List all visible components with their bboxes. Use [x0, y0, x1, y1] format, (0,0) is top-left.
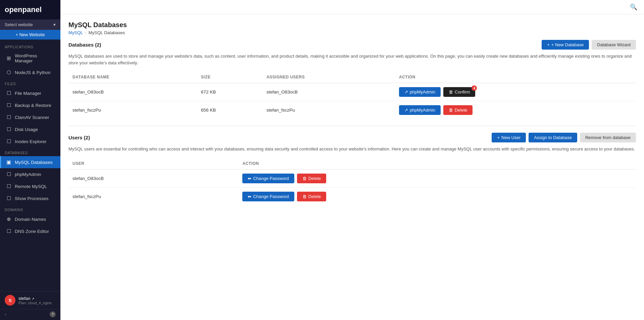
- sidebar-select-website[interactable]: Select website ▾: [0, 19, 60, 30]
- sidebar-item-nodejs-python[interactable]: ⬡ NodeJS & Python: [0, 66, 60, 78]
- breadcrumb: MySQL › MySQL Databases: [68, 30, 636, 35]
- table-row: stefan_fsczPu 656 KB stefan_fsczPu ↗ php…: [68, 101, 636, 119]
- table-row: stefan_O83ocB ⬅ Change Password 🗑 Delete: [68, 169, 636, 187]
- databases-table: DATABASE NAME SIZE ASSIGNED USERS ACTION…: [68, 71, 636, 119]
- db-size-2: 656 KB: [197, 101, 262, 119]
- user-actions-1: ⬅ Change Password 🗑 Delete: [238, 169, 636, 187]
- file-manager-icon: ☐: [6, 90, 12, 96]
- domain-icon: ⊕: [6, 216, 12, 222]
- databases-description: MySQL databases are used to store and ma…: [68, 53, 636, 66]
- trash-icon: 🗑: [449, 89, 453, 94]
- trash-icon: 🗑: [449, 108, 453, 113]
- sidebar-collapse-button[interactable]: ‹ ?: [0, 309, 60, 320]
- sidebar-item-backup-restore[interactable]: ☐ Backup & Restore: [0, 99, 60, 111]
- collapse-icon: ‹: [5, 312, 6, 317]
- assign-database-button[interactable]: Assign to Database: [529, 133, 577, 142]
- sidebar-item-label: Show Processes: [15, 196, 49, 201]
- trash-icon: 🗑: [302, 194, 307, 199]
- breadcrumb-separator: ›: [85, 30, 86, 35]
- external-link-icon: ↗: [32, 297, 34, 301]
- phpmyadmin-button-2[interactable]: ↗ phpMyAdmin: [399, 105, 441, 115]
- db-actions-2: ↗ phpMyAdmin 🗑 Delete: [395, 101, 636, 119]
- sidebar-item-wordpress-manager[interactable]: ⊞ WordPress Manager: [0, 50, 60, 66]
- confirm-button-wrapper-1: 🗑 Confirm 4: [443, 87, 476, 97]
- sidebar-item-label: File Manager: [15, 91, 41, 96]
- nodejs-icon: ⬡: [6, 69, 12, 75]
- users-description: MySQL users are essential for controllin…: [68, 146, 636, 152]
- users-action-buttons: + New User Assign to Database Remove fro…: [492, 133, 636, 142]
- delete-user-button-1[interactable]: 🗑 Delete: [297, 174, 327, 183]
- databases-section-label: Databases: [0, 147, 60, 156]
- confirm-delete-button-1[interactable]: 🗑 Confirm: [443, 87, 476, 97]
- phpmyadmin-sidebar-icon: ☐: [6, 171, 12, 177]
- plus-icon: +: [497, 135, 500, 140]
- sidebar-item-dns-zone-editor[interactable]: ☐ DNS Zone Editor: [0, 225, 60, 237]
- change-password-button-2[interactable]: ⬅ Change Password: [242, 192, 294, 201]
- sidebar-item-domain-names[interactable]: ⊕ Domain Names: [0, 213, 60, 225]
- chevron-down-icon: ▾: [53, 22, 56, 27]
- sidebar-item-inodes-explorer[interactable]: ☐ Inodes Explorer: [0, 135, 60, 147]
- topbar: 🔍: [60, 0, 644, 14]
- inodes-icon: ☐: [6, 138, 12, 144]
- sidebar-item-clamav-scanner[interactable]: ☐ ClamAV Scanner: [0, 111, 60, 123]
- backup-icon: ☐: [6, 102, 12, 108]
- domains-section-label: Domains: [0, 204, 60, 213]
- new-website-button[interactable]: + New Website: [0, 30, 60, 40]
- sidebar-item-phpmyadmin[interactable]: ☐ phpMyAdmin: [0, 168, 60, 180]
- applications-section-label: Applications: [0, 42, 60, 50]
- phpmyadmin-button-1[interactable]: ↗ phpMyAdmin: [399, 87, 441, 97]
- confirm-badge-1: 4: [472, 85, 477, 91]
- remote-mysql-icon: ☐: [6, 183, 12, 189]
- breadcrumb-current: MySQL Databases: [89, 30, 125, 35]
- sidebar-item-label: Disk Usage: [15, 127, 38, 132]
- sidebar-item-label: WordPress Manager: [15, 53, 56, 63]
- page-title: MySQL Databases: [68, 21, 636, 29]
- breadcrumb-parent[interactable]: MySQL: [68, 30, 83, 35]
- help-icon: ?: [50, 311, 56, 317]
- mysql-icon: ▣: [6, 159, 12, 165]
- user-actions-2: ⬅ Change Password 🗑 Delete: [238, 187, 636, 205]
- change-password-button-1[interactable]: ⬅ Change Password: [242, 174, 294, 183]
- table-row: stefan_O83ocB 672 KB stefan_O83ocB ↗ php…: [68, 83, 636, 101]
- database-wizard-button[interactable]: Database Wizard: [592, 40, 636, 50]
- delete-user-button-2[interactable]: 🗑 Delete: [297, 192, 327, 201]
- db-size-1: 672 KB: [197, 83, 262, 101]
- users-section-title: Users (2): [68, 135, 90, 140]
- sidebar-item-label: ClamAV Scanner: [15, 115, 49, 120]
- sidebar-item-disk-usage[interactable]: ☐ Disk Usage: [0, 123, 60, 135]
- delete-database-button-2[interactable]: 🗑 Delete: [443, 105, 473, 115]
- sidebar-item-mysql-databases[interactable]: ▣ MySQL Databases: [0, 156, 60, 168]
- sidebar-item-label: Remote MySQL: [15, 184, 47, 189]
- sidebar-item-show-processes[interactable]: ☐ Show Processes: [0, 192, 60, 204]
- new-user-button[interactable]: + New User: [492, 133, 526, 142]
- search-icon[interactable]: 🔍: [630, 3, 637, 11]
- key-icon: ⬅: [248, 194, 251, 199]
- trash-icon: 🗑: [302, 176, 307, 181]
- db-actions-1: ↗ phpMyAdmin 🗑 Confirm 4: [395, 83, 636, 101]
- user-name-1: stefan_O83ocB: [68, 169, 238, 187]
- sidebar-item-label: Domain Names: [15, 217, 46, 222]
- files-section-label: Files: [0, 78, 60, 87]
- sidebar-username: stefan ↗: [18, 296, 52, 301]
- new-database-button[interactable]: + + New Database: [542, 40, 589, 50]
- plus-icon: +: [547, 42, 550, 47]
- sidebar-item-remote-mysql[interactable]: ☐ Remote MySQL: [0, 180, 60, 192]
- col-user-action: ACTION: [238, 158, 636, 170]
- external-link-icon: ↗: [404, 89, 408, 94]
- sidebar-item-file-manager[interactable]: ☐ File Manager: [0, 87, 60, 99]
- processes-icon: ☐: [6, 195, 12, 201]
- disk-icon: ☐: [6, 126, 12, 132]
- content-area: MySQL Databases MySQL › MySQL Databases …: [60, 14, 644, 320]
- db-name-1: stefan_O83ocB: [68, 83, 197, 101]
- col-action: ACTION: [395, 71, 636, 83]
- sidebar: openpanel Select website ▾ + New Website…: [0, 0, 60, 320]
- databases-section-header: Databases (2) + + New Database Database …: [68, 40, 636, 50]
- users-table: USER ACTION stefan_O83ocB ⬅ Change Passw…: [68, 158, 636, 205]
- wordpress-icon: ⊞: [6, 55, 12, 61]
- users-section-header: Users (2) + New User Assign to Database …: [68, 133, 636, 142]
- remove-from-database-button[interactable]: Remove from database: [580, 133, 636, 142]
- db-assigned-users-2: stefan_fsczPu: [262, 101, 395, 119]
- sidebar-item-label: DNS Zone Editor: [15, 229, 49, 234]
- sidebar-item-label: MySQL Databases: [15, 160, 53, 165]
- col-size: SIZE: [197, 71, 262, 83]
